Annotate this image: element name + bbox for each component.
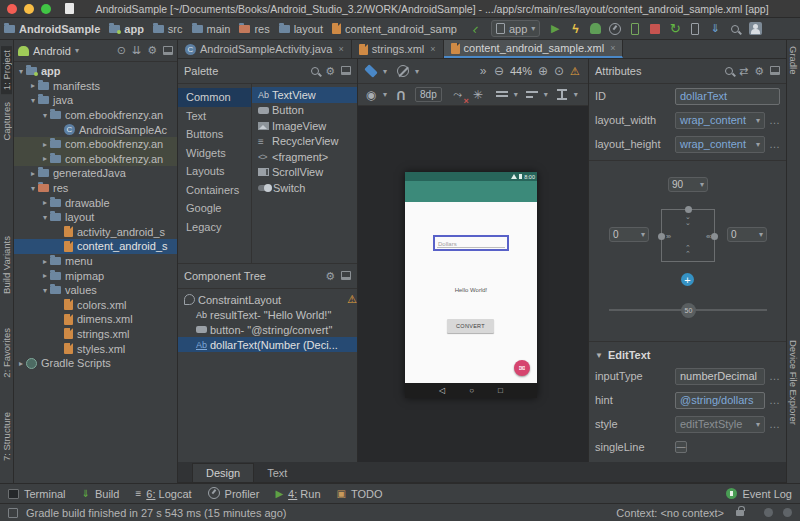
style-select[interactable]: editTextStyle▾ <box>675 416 765 433</box>
palette-category-legacy[interactable]: Legacy <box>178 218 251 237</box>
design-canvas[interactable]: 8:00 Dollars Hello World! CONVERT ✉ ◁ ○ … <box>358 106 588 462</box>
autoconnect-magnet-icon[interactable]: U <box>393 86 409 104</box>
tree-item-styles-xml[interactable]: styles.xml <box>14 341 177 356</box>
breadcrumb-main[interactable]: main <box>192 23 231 35</box>
palette-category-layouts[interactable]: Layouts <box>178 162 251 181</box>
breadcrumb-file[interactable]: content_android_samp <box>332 23 457 35</box>
tool-todo[interactable]: ▣TODO <box>337 488 383 500</box>
lock-icon[interactable] <box>736 510 744 516</box>
tree-item-class[interactable]: CAndroidSampleAc <box>14 122 177 137</box>
close-window-button[interactable] <box>7 4 17 14</box>
palette-category-common[interactable]: Common <box>178 88 251 107</box>
more-button[interactable]: … <box>769 138 780 150</box>
component-constraintlayout[interactable]: ConstraintLayout⚠ <box>178 292 357 307</box>
palette-category-buttons[interactable]: Buttons <box>178 125 251 144</box>
add-constraint-button[interactable]: + <box>681 273 694 286</box>
component-dollartext[interactable]: AbdollarText(Number (Deci... <box>178 337 357 352</box>
tree-item-strings-xml[interactable]: strings.xml <box>14 327 177 342</box>
nav-home-icon[interactable]: ○ <box>469 386 474 395</box>
clear-constraints-icon[interactable]: ⤳ <box>450 86 466 104</box>
tree-item-manifests[interactable]: ▸manifests <box>14 79 177 94</box>
tool-tab-build-variants[interactable]: Build Variants <box>1 236 12 294</box>
debug-button[interactable] <box>586 20 604 38</box>
tree-item-content-xml[interactable]: content_android_s <box>14 239 177 254</box>
tree-item-values[interactable]: ▾values <box>14 283 177 298</box>
hide-panel-icon[interactable] <box>163 45 173 57</box>
event-log-button[interactable]: Event Log <box>726 488 792 500</box>
breadcrumb-app[interactable]: app <box>109 23 144 35</box>
palette-category-widgets[interactable]: Widgets <box>178 144 251 163</box>
zoom-window-button[interactable] <box>41 4 51 14</box>
tool-profiler[interactable]: Profiler <box>208 487 260 501</box>
close-icon[interactable]: × <box>338 44 343 54</box>
tool-run[interactable]: ▶4: Run <box>275 488 320 500</box>
gear-icon[interactable]: ⚙ <box>754 65 764 78</box>
infer-constraints-icon[interactable]: ✳ <box>470 86 486 104</box>
toolwindow-toggle-icon[interactable] <box>8 508 18 518</box>
tree-item-gradle-scripts[interactable]: ▸Gradle Scripts <box>14 356 177 371</box>
palette-item-textview[interactable]: AbTextView <box>252 87 357 103</box>
nav-recent-icon[interactable]: □ <box>498 386 503 395</box>
constraint-box[interactable]: ⌄⌄ ⌃⌃ ››› ‹‹‹ <box>661 209 715 262</box>
top-margin-select[interactable]: 90▾ <box>668 177 708 192</box>
dock-icon[interactable] <box>341 65 351 77</box>
component-resulttext[interactable]: AbresultText- "Hello World!" <box>178 307 357 322</box>
tree-item-java[interactable]: ▾java <box>14 93 177 108</box>
more-button[interactable]: … <box>769 370 780 382</box>
breadcrumb-project[interactable]: AndroidSample <box>4 23 100 35</box>
gradle-sync-icon[interactable]: ↻ <box>666 20 684 38</box>
search-icon[interactable] <box>311 65 319 77</box>
singleline-checkbox[interactable]: — <box>675 441 687 453</box>
right-anchor[interactable] <box>711 233 718 240</box>
tree-item-package-androidtest[interactable]: ▸com.ebookfrenzy.an <box>14 137 177 152</box>
orientation-icon[interactable] <box>395 62 411 80</box>
breadcrumb-src[interactable]: src <box>153 23 183 35</box>
view-options-eye-icon[interactable]: ◉ <box>363 86 379 104</box>
component-button[interactable]: button- "@string/convert" <box>178 322 357 337</box>
tree-item-activity-xml[interactable]: activity_android_s <box>14 225 177 240</box>
tool-logcat[interactable]: ≡6: Logcat <box>135 488 191 500</box>
tree-item-app[interactable]: ▾app <box>14 64 177 79</box>
warning-icon[interactable]: ⚠ <box>567 62 583 80</box>
stop-button[interactable] <box>646 20 664 38</box>
breadcrumb-layout[interactable]: layout <box>279 23 323 35</box>
tool-tab-device-file-explorer[interactable]: Device File Explorer <box>788 340 799 425</box>
default-margin-select[interactable]: 8dp <box>415 87 442 102</box>
avd-manager-icon[interactable] <box>686 20 704 38</box>
hint-field[interactable]: @string/dollars <box>675 392 765 409</box>
pack-icon[interactable] <box>494 86 510 104</box>
tab-androidsampleactivity[interactable]: CAndroidSampleActivity.java× <box>178 40 352 58</box>
palette-item-button[interactable]: Button <box>252 103 357 119</box>
device-preview[interactable]: 8:00 Dollars Hello World! CONVERT ✉ ◁ ○ … <box>405 172 537 398</box>
overflow-icon[interactable]: » <box>475 62 491 80</box>
top-anchor[interactable] <box>685 206 692 213</box>
tree-item-package[interactable]: ▾com.ebookfrenzy.an <box>14 108 177 123</box>
dock-icon[interactable] <box>341 270 351 282</box>
swap-arrows-icon[interactable]: ⇄ <box>739 65 748 78</box>
tab-text[interactable]: Text <box>254 464 300 482</box>
tree-item-res[interactable]: ▾res <box>14 181 177 196</box>
palette-item-recyclerview[interactable]: ≡RecyclerView <box>252 134 357 150</box>
right-margin-select[interactable]: 0▾ <box>727 227 767 242</box>
tool-build[interactable]: ⇓Build <box>82 488 120 500</box>
tree-item-menu[interactable]: ▸menu <box>14 254 177 269</box>
tree-item-dimens-xml[interactable]: dimens.xml <box>14 312 177 327</box>
palette-category-text[interactable]: Text <box>178 107 251 126</box>
collapse-all-icon[interactable]: ⇊ <box>132 44 141 57</box>
nav-back-icon[interactable]: ◁ <box>439 386 445 395</box>
resulttext-textview[interactable]: Hello World! <box>405 287 537 293</box>
tree-item-colors-xml[interactable]: colors.xml <box>14 298 177 313</box>
tool-tab-favorites[interactable]: 2: Favorites <box>1 328 12 378</box>
palette-category-google[interactable]: Google <box>178 199 251 218</box>
close-icon[interactable]: × <box>430 44 435 54</box>
close-icon[interactable]: × <box>610 43 615 53</box>
tree-item-layout[interactable]: ▾layout <box>14 210 177 225</box>
layout-width-select[interactable]: wrap_content▾ <box>675 112 765 129</box>
bias-knob[interactable]: 50 <box>681 303 696 318</box>
left-margin-select[interactable]: 0▾ <box>609 227 649 242</box>
fab-button[interactable]: ✉ <box>514 360 530 376</box>
tab-design[interactable]: Design <box>192 463 254 482</box>
palette-item-scrollview[interactable]: ScrollView <box>252 165 357 181</box>
more-button[interactable]: … <box>769 114 780 126</box>
gear-icon[interactable]: ⚙ <box>325 270 335 283</box>
